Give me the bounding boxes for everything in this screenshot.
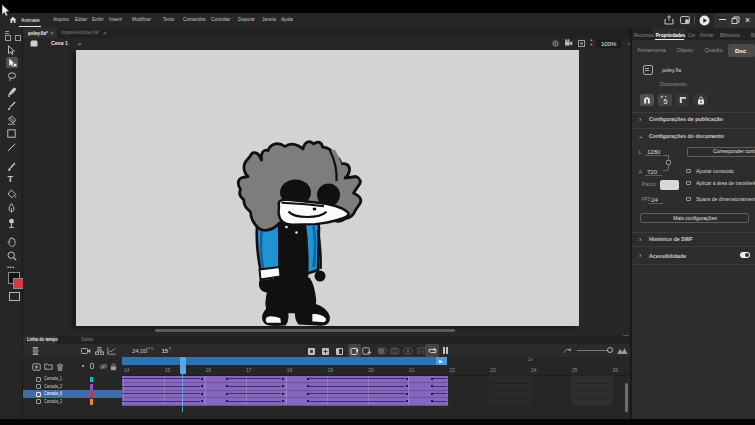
- svg-text:5: 5: [663, 98, 667, 104]
